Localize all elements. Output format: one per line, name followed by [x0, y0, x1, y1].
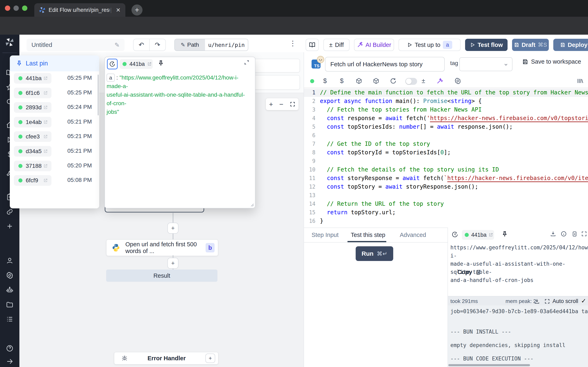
step-summary-input[interactable]: Fetch url of HackerNews top story [325, 57, 445, 72]
zoom-window-button[interactable] [22, 6, 27, 11]
run-id-pill[interactable]: 2893d [14, 102, 52, 113]
copy-button[interactable]: Copy [457, 269, 481, 275]
external-link-icon[interactable] [43, 178, 48, 183]
diff-mode-toggle[interactable] [405, 78, 417, 85]
code-line[interactable]: 16} [304, 217, 588, 225]
run-id-pill[interactable]: 1e4ab [14, 117, 52, 127]
code-line[interactable]: 5 const topStoriesIds: number[] = await … [304, 123, 588, 131]
edit-pencil-icon[interactable]: ✎ [114, 42, 120, 49]
external-link-icon[interactable] [147, 62, 152, 66]
insert-step-button[interactable]: + [167, 223, 178, 234]
history-icon[interactable] [452, 231, 458, 238]
code-line[interactable]: 4 const response = await fetch('https://… [304, 114, 588, 123]
ai-wand-icon[interactable] [436, 77, 443, 84]
add-error-handler-button[interactable]: + [205, 354, 215, 363]
reset-icon[interactable] [390, 77, 397, 84]
gear-icon[interactable] [6, 272, 13, 279]
pin-run-row[interactable]: 6f1c605:25 PM [10, 88, 99, 98]
list-icon[interactable] [6, 315, 13, 323]
plus-icon[interactable] [6, 222, 13, 230]
new-tab-button[interactable]: + [131, 4, 143, 16]
download-result-icon[interactable] [550, 231, 556, 237]
run-id-pill[interactable]: 37188 [14, 161, 52, 171]
run-id-pill[interactable]: 6f1c6 [14, 88, 52, 98]
code-line[interactable]: 10 // Fetch the details of the top story… [304, 165, 588, 174]
check-icon[interactable]: ✓ [581, 297, 586, 304]
copy-result-icon[interactable] [571, 231, 577, 237]
external-link-icon[interactable] [43, 149, 48, 154]
undo-button[interactable]: ↶ [134, 41, 149, 49]
draft-button[interactable]: Draft ⌘S [512, 39, 549, 51]
scrollbar[interactable] [98, 75, 99, 115]
tab-step-input[interactable]: Step Input [311, 232, 338, 238]
code-line[interactable]: 15 return topStory.url; [304, 208, 588, 217]
code-line[interactable]: 7 // Get the ID of the top story [304, 140, 588, 148]
arrow-right-icon[interactable] [6, 358, 13, 365]
run-id-pill[interactable]: cfee3 [14, 131, 52, 142]
code-line[interactable]: 8 const topStoryId = topStoriesIds[0]; [304, 148, 588, 157]
external-link-icon[interactable] [43, 91, 48, 95]
redo-button[interactable]: ↷ [150, 41, 165, 49]
code-line[interactable]: 1// Define the main function to fetch th… [304, 88, 588, 97]
test-up-to-button[interactable]: Test up to a [398, 39, 461, 51]
external-link-icon[interactable] [43, 120, 48, 124]
pin-icon[interactable] [502, 231, 508, 237]
pin-icon[interactable] [158, 60, 164, 67]
code-line[interactable]: 2export async function main(): Promise<s… [304, 97, 588, 105]
error-handler-node[interactable]: Error Handler + [114, 352, 218, 365]
fullscreen-icon[interactable] [581, 231, 587, 237]
code-editor[interactable]: 1// Define the main function to fetch th… [304, 88, 588, 227]
download-logs-icon[interactable] [534, 299, 540, 304]
variables-icon[interactable]: $ [340, 77, 344, 85]
browser-tab[interactable]: Edit Flow u/henri/pin_results | ✕ [34, 3, 125, 17]
run-id-pill[interactable]: 441ba [120, 59, 153, 69]
external-link-icon[interactable] [43, 105, 48, 110]
deploy-button[interactable]: Deploy [553, 39, 588, 51]
ai-builder-button[interactable]: AI Builder [354, 39, 394, 51]
pin-run-row[interactable]: 2893d05:24 PM [10, 102, 99, 113]
pin-run-row[interactable]: cfee305:21 PM [10, 131, 99, 142]
code-line[interactable]: 6 [304, 131, 588, 140]
code-line[interactable]: 11 const storyResponse = await fetch(`ht… [304, 174, 588, 183]
code-line[interactable]: 3 // Fetch the top stories from Hacker N… [304, 105, 588, 114]
python-step-node[interactable]: Open url and fetch first 500 words of ..… [106, 239, 218, 256]
docs-book-button[interactable] [306, 39, 319, 51]
expand-icon[interactable] [244, 59, 250, 65]
windmill-logo-icon[interactable] [5, 38, 14, 47]
plus-minus-icon[interactable]: ± [422, 77, 425, 85]
insert-step-button[interactable]: + [167, 258, 178, 269]
library-icon[interactable] [577, 77, 584, 84]
run-id-pill[interactable]: 441ba [462, 230, 494, 240]
diff-button[interactable]: ± Diff [323, 39, 350, 51]
pin-run-row[interactable]: 6fcf905:08 PM [10, 175, 99, 186]
close-window-button[interactable] [5, 6, 10, 11]
robot-icon[interactable] [6, 286, 13, 294]
run-id-pill[interactable]: d34a5 [14, 146, 52, 157]
package-icon[interactable] [373, 77, 380, 84]
info-icon[interactable] [561, 231, 567, 237]
more-options-kebab-icon[interactable]: ⋮ [289, 39, 296, 47]
history-button[interactable] [107, 59, 118, 69]
folder-icon[interactable] [6, 301, 13, 308]
external-link-icon[interactable] [43, 76, 48, 81]
pin-run-row[interactable]: 1e4ab05:21 PM [10, 117, 99, 127]
save-to-workspace-button[interactable]: Save to workspace [522, 58, 581, 65]
minimize-window-button[interactable] [13, 6, 19, 11]
code-line[interactable]: 12 const topStory = await storyResponse.… [304, 183, 588, 191]
code-line[interactable]: 14 // Return the URL of the top story [304, 200, 588, 208]
horizontal-scrollbar[interactable] [448, 364, 530, 366]
flow-name-input[interactable]: Untitled ✎ [26, 39, 125, 51]
resize-handle[interactable] [250, 202, 254, 207]
result-node[interactable]: Result [106, 269, 217, 282]
pin-run-row[interactable]: 3718805:20 PM [10, 161, 99, 171]
run-id-pill[interactable]: 6fcf9 [14, 175, 52, 186]
fit-view-icon[interactable] [290, 101, 295, 107]
path-button[interactable]: ✎ Path u/henri/pin [174, 39, 248, 51]
code-line[interactable]: 9 [304, 157, 588, 165]
pin-run-row[interactable]: 441ba05:25 PM [10, 73, 99, 83]
last-pin-header[interactable]: Last pin [10, 55, 99, 71]
auto-scroll-label[interactable]: Auto scroll [553, 298, 578, 304]
external-link-icon[interactable] [489, 233, 493, 237]
help-icon[interactable] [6, 345, 13, 352]
tab-test-this-step[interactable]: Test this step [351, 232, 385, 238]
